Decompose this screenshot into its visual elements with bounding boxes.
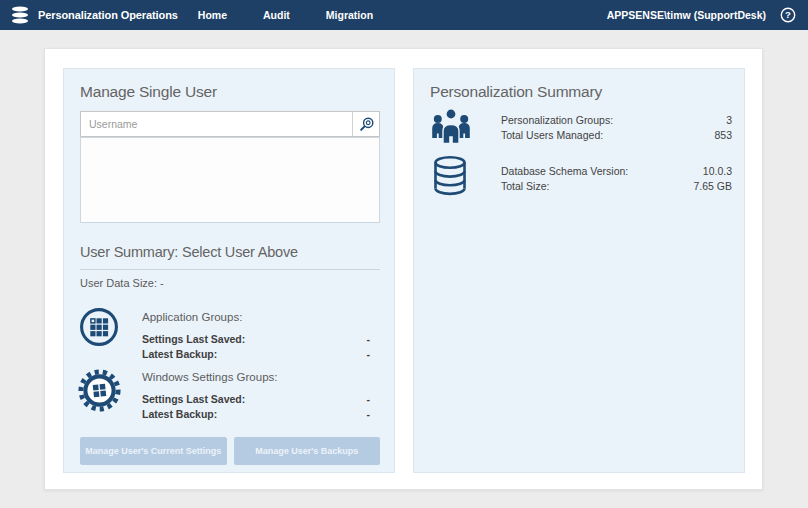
nav-audit[interactable]: Audit bbox=[263, 9, 290, 21]
content-card: Manage Single User User Summary: Select … bbox=[44, 48, 763, 490]
help-icon[interactable]: ? bbox=[780, 7, 796, 23]
username-input[interactable] bbox=[81, 112, 352, 136]
win-settings-last-saved-row: Settings Last Saved:- bbox=[142, 392, 370, 407]
top-navbar: Personalization Operations Home Audit Mi… bbox=[0, 0, 808, 30]
personalization-summary-title: Personalization Summary bbox=[430, 83, 602, 101]
search-button[interactable] bbox=[352, 112, 379, 136]
nav-migration[interactable]: Migration bbox=[326, 9, 373, 21]
svg-text:?: ? bbox=[785, 9, 791, 20]
manage-backups-button[interactable]: Manage User's Backups bbox=[234, 437, 381, 465]
groups-summary-rows: Personalization Groups:3 Total Users Man… bbox=[501, 113, 732, 143]
application-groups-label: Application Groups: bbox=[142, 311, 370, 323]
users-group-icon bbox=[430, 107, 472, 151]
windows-settings-groups-icon bbox=[77, 368, 122, 413]
username-search bbox=[80, 111, 380, 137]
app-logo-database-icon bbox=[10, 5, 30, 25]
database-icon bbox=[431, 155, 469, 197]
windows-settings-groups-block: Windows Settings Groups: Settings Last S… bbox=[142, 371, 370, 422]
total-size-row: Total Size:7.65 GB bbox=[501, 179, 732, 194]
app-latest-backup-row: Latest Backup:- bbox=[142, 347, 370, 362]
database-summary-rows: Database Schema Version:10.0.3 Total Siz… bbox=[501, 164, 732, 194]
database-schema-version-row: Database Schema Version:10.0.3 bbox=[501, 164, 732, 179]
user-data-size: User Data Size: - bbox=[80, 277, 164, 289]
total-users-managed-row: Total Users Managed:853 bbox=[501, 128, 732, 143]
user-summary-heading: User Summary: Select User Above bbox=[80, 244, 380, 270]
manage-single-user-panel: Manage Single User User Summary: Select … bbox=[63, 68, 395, 473]
manage-buttons: Manage User's Current Settings Manage Us… bbox=[80, 437, 380, 465]
application-groups-icon bbox=[79, 307, 119, 347]
win-latest-backup-row: Latest Backup:- bbox=[142, 407, 370, 422]
manage-current-settings-button[interactable]: Manage User's Current Settings bbox=[80, 437, 227, 465]
manage-single-user-title: Manage Single User bbox=[80, 83, 217, 101]
user-results-list[interactable] bbox=[80, 137, 380, 223]
app-title: Personalization Operations bbox=[38, 9, 178, 21]
application-groups-block: Application Groups: Settings Last Saved:… bbox=[142, 311, 370, 362]
app-settings-last-saved-row: Settings Last Saved:- bbox=[142, 332, 370, 347]
logged-in-user: APPSENSE\timw (SupportDesk) bbox=[607, 9, 766, 21]
personalization-groups-row: Personalization Groups:3 bbox=[501, 113, 732, 128]
personalization-summary-panel: Personalization Summary Personalization … bbox=[413, 68, 745, 473]
main-nav: Home Audit Migration bbox=[198, 9, 373, 21]
nav-home[interactable]: Home bbox=[198, 9, 227, 21]
windows-settings-groups-label: Windows Settings Groups: bbox=[142, 371, 370, 383]
